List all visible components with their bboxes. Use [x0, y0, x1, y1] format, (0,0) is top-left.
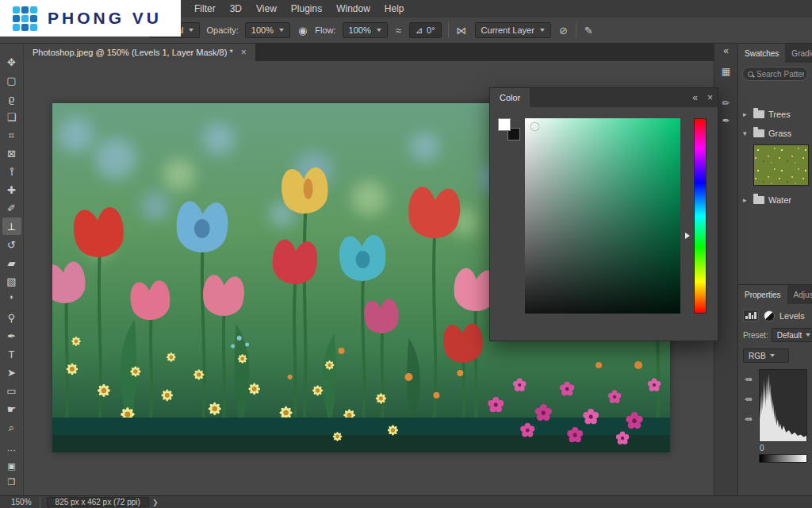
chevron-right-icon[interactable]: ▸: [743, 110, 749, 118]
crop-tool[interactable]: ⌗: [2, 126, 21, 144]
ignore-adjustment-layers-icon[interactable]: ⊘: [557, 25, 569, 37]
preset-row: Preset: Default: [743, 328, 807, 342]
hand-tool[interactable]: ☛: [2, 400, 21, 418]
channel-select[interactable]: RGB: [743, 348, 789, 363]
chevron-down-icon[interactable]: ▾: [743, 129, 749, 137]
brush-tool[interactable]: ✐: [2, 199, 21, 217]
tab-gradients[interactable]: Gradients: [785, 44, 812, 63]
pen-pressure-icon[interactable]: ✎: [583, 25, 595, 37]
white-point-eyedropper-icon[interactable]: ✐: [743, 413, 756, 425]
levels-gradient-ramp[interactable]: [759, 454, 807, 463]
opacity-label: Opacity:: [206, 25, 238, 35]
chevron-down-icon: [279, 29, 284, 32]
menu-view[interactable]: View: [249, 3, 284, 14]
document-info-field: 825 px x 462 px (72 ppi): [47, 497, 149, 507]
flow-select[interactable]: 100%: [343, 22, 388, 38]
tab-adjustments[interactable]: Adjustments: [787, 285, 812, 304]
black-point-eyedropper-icon[interactable]: ✐: [743, 373, 756, 386]
menu-help[interactable]: Help: [377, 3, 412, 14]
zoom-tool[interactable]: ⌕: [2, 418, 21, 436]
quick-mask-icon[interactable]: ▣: [2, 459, 21, 473]
clone-source-panel-icon[interactable]: ✒: [722, 116, 730, 125]
menu-filter[interactable]: Filter: [187, 3, 223, 14]
dodge-tool[interactable]: ⚲: [2, 309, 21, 326]
frame-tool[interactable]: ⊠: [2, 144, 21, 162]
blur-tool[interactable]: ❜: [2, 291, 21, 308]
status-options-chevron-icon[interactable]: ❯: [152, 498, 159, 506]
paint-symmetry-icon[interactable]: ⋈: [455, 25, 469, 37]
color-gradient-field[interactable]: [525, 118, 680, 314]
brush-settings-panel-icon[interactable]: ✏: [722, 98, 730, 108]
adjustment-name: Levels: [779, 311, 805, 321]
levels-histogram-icon: [743, 310, 759, 321]
pattern-search-row: [738, 63, 812, 84]
object-selection-tool[interactable]: ❏: [2, 108, 21, 125]
libraries-panel-icon[interactable]: ▦: [722, 67, 730, 76]
brush-angle-field[interactable]: ⊿ 0°: [409, 22, 442, 38]
history-brush-tool[interactable]: ↺: [2, 236, 21, 253]
swatches-panel: Swatches Gradients ▸ Trees ▾ Grass ▸ Wat…: [738, 44, 812, 284]
input-level-min[interactable]: 0: [760, 444, 807, 452]
search-input[interactable]: [756, 70, 804, 79]
grass-pattern-thumbnail[interactable]: [753, 144, 809, 186]
tools-sidebar: ✥ ▢ ϱ ❏ ⌗ ⊠ ⊸ ✚ ✐ ⊥ ↺ ▰ ▧ ❜ ⚲ ✒ T ➤ ▭ ☛ …: [0, 44, 24, 495]
rectangle-tool[interactable]: ▭: [2, 382, 21, 399]
sample-layer-select[interactable]: Current Layer: [475, 22, 551, 38]
tab-properties[interactable]: Properties: [738, 285, 787, 304]
gray-point-eyedropper-icon[interactable]: ✐: [743, 393, 756, 406]
right-dock: Swatches Gradients ▸ Trees ▾ Grass ▸ Wat…: [737, 44, 812, 495]
path-selection-tool[interactable]: ➤: [2, 364, 21, 381]
clone-stamp-tool[interactable]: ⊥: [2, 217, 21, 235]
color-picker-cursor[interactable]: [531, 123, 538, 130]
angle-value: 0°: [427, 25, 435, 35]
marquee-tool[interactable]: ▢: [2, 71, 21, 89]
expand-panels-icon[interactable]: «: [723, 46, 729, 56]
eraser-tool[interactable]: ▰: [2, 254, 21, 271]
eyedropper-icon: ⊸: [6, 167, 17, 176]
opacity-select[interactable]: 100%: [245, 22, 290, 38]
phongvu-logo-text: PHONG VU: [48, 9, 162, 28]
close-icon[interactable]: ×: [241, 47, 247, 58]
eyedropper-column: ✐ ✐ ✐: [743, 369, 756, 463]
lasso-tool[interactable]: ϱ: [2, 90, 21, 107]
color-panel: Color « ×: [489, 87, 718, 341]
eyedropper-tool[interactable]: ⊸: [2, 163, 21, 180]
levels-histogram: [759, 369, 807, 442]
screen-mode-icon[interactable]: ❐: [2, 475, 21, 489]
group-row-trees[interactable]: ▸ Trees: [738, 105, 812, 124]
menu-plugins[interactable]: Plugins: [284, 3, 329, 14]
collapse-panel-icon[interactable]: «: [688, 92, 703, 103]
chevron-down-icon: [770, 354, 775, 357]
edit-toolbar-icon[interactable]: ⋯: [2, 443, 21, 457]
search-icon: [748, 71, 753, 77]
close-icon[interactable]: ×: [703, 92, 718, 103]
hue-slider-marker[interactable]: [685, 233, 690, 239]
zoom-level-field[interactable]: 150%: [0, 496, 40, 508]
document-tab[interactable]: Photoshop.jpeg @ 150% (Levels 1, Layer M…: [24, 44, 255, 61]
folder-icon: [753, 129, 764, 137]
document-tab-title: Photoshop.jpeg @ 150% (Levels 1, Layer M…: [33, 48, 233, 57]
menu-window[interactable]: Window: [329, 3, 377, 14]
hue-slider[interactable]: [694, 118, 707, 314]
group-label: Trees: [768, 110, 791, 119]
menu-3d[interactable]: 3D: [223, 3, 249, 14]
chevron-right-icon[interactable]: ▸: [743, 196, 749, 204]
foreground-color-swatch[interactable]: [498, 118, 511, 131]
tab-swatches[interactable]: Swatches: [738, 44, 785, 63]
pressure-opacity-icon[interactable]: ◉: [297, 25, 308, 37]
group-row-grass[interactable]: ▾ Grass: [738, 124, 812, 143]
airbrush-icon[interactable]: ≈: [394, 25, 403, 37]
histogram-column: 0: [759, 369, 807, 463]
gradient-tool[interactable]: ▧: [2, 272, 21, 290]
type-tool[interactable]: T: [2, 345, 21, 363]
pen-tool[interactable]: ✒: [2, 327, 21, 344]
phongvu-logo-icon: [13, 6, 37, 31]
healing-brush-tool[interactable]: ✚: [2, 181, 21, 198]
sample-layer-value: Current Layer: [481, 25, 534, 35]
tab-color[interactable]: Color: [490, 88, 530, 107]
preset-select[interactable]: Default: [772, 328, 812, 342]
group-row-water[interactable]: ▸ Water: [738, 190, 812, 210]
search-box[interactable]: [742, 67, 808, 81]
move-tool[interactable]: ✥: [2, 53, 21, 71]
status-bar: 150% 825 px x 462 px (72 ppi) ❯: [0, 495, 812, 508]
